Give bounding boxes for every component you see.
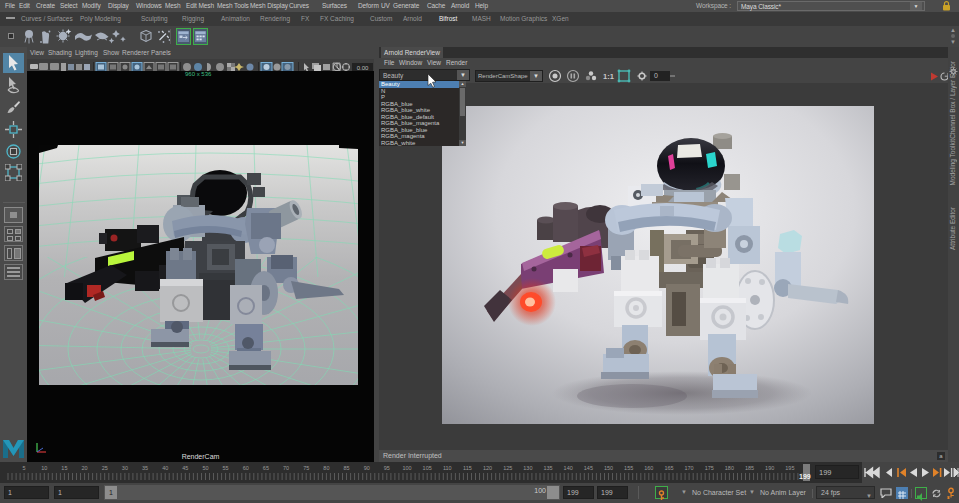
svg-text:100: 100 [402,465,411,471]
svg-text:115: 115 [463,465,472,471]
svg-text:130: 130 [523,465,532,471]
svg-text:170: 170 [685,465,694,471]
svg-text:120: 120 [483,465,492,471]
svg-text:150: 150 [604,465,613,471]
svg-text:80: 80 [323,465,329,471]
svg-text:10: 10 [41,465,47,471]
svg-text:175: 175 [705,465,714,471]
svg-text:145: 145 [584,465,593,471]
svg-text:140: 140 [564,465,573,471]
svg-text:55: 55 [223,465,229,471]
svg-text:75: 75 [303,465,309,471]
svg-text:135: 135 [544,465,553,471]
svg-text:25: 25 [102,465,108,471]
svg-text:35: 35 [142,465,148,471]
svg-text:45: 45 [182,465,188,471]
svg-text:165: 165 [664,465,673,471]
svg-text:0.00: 0.00 [357,65,369,71]
svg-text:155: 155 [624,465,633,471]
svg-text:65: 65 [263,465,269,471]
svg-text:180: 180 [725,465,734,471]
svg-text:70: 70 [283,465,289,471]
svg-text:60: 60 [243,465,249,471]
svg-text:5: 5 [23,465,26,471]
svg-text:20: 20 [82,465,88,471]
svg-text:185: 185 [745,465,754,471]
svg-text:1:1: 1:1 [603,72,614,81]
svg-text:110: 110 [443,465,452,471]
svg-text:90: 90 [364,465,370,471]
svg-text:15: 15 [61,465,67,471]
svg-text:95: 95 [384,465,390,471]
svg-text:85: 85 [343,465,349,471]
svg-text:105: 105 [423,465,432,471]
svg-text:50: 50 [202,465,208,471]
svg-text:160: 160 [644,465,653,471]
svg-text:190: 190 [765,465,774,471]
svg-text:195: 195 [785,465,794,471]
svg-text:40: 40 [162,465,168,471]
svg-text:30: 30 [122,465,128,471]
svg-text:125: 125 [503,465,512,471]
